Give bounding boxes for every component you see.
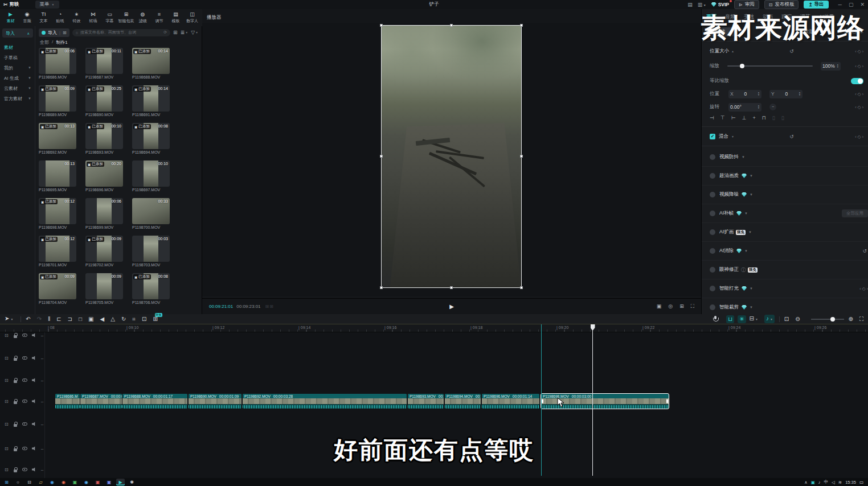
slider-knob[interactable] <box>740 64 744 68</box>
lock-icon[interactable] <box>13 467 18 472</box>
collapse-icon[interactable]: -- <box>41 422 44 426</box>
sidebar-item[interactable]: AI 生成 ▼ <box>0 73 35 83</box>
scale-slider[interactable] <box>727 65 813 67</box>
eye-icon[interactable] <box>22 447 27 450</box>
feature-checkbox[interactable] <box>710 211 715 216</box>
timeline-clip[interactable]: P1198696.MOV 00:00:01:14 <box>482 394 539 409</box>
chevron-down-icon[interactable]: ▼ <box>750 306 753 309</box>
position-size-header[interactable]: 位置大小 <box>710 48 729 55</box>
rotate[interactable]: ↻▼ <box>121 314 126 324</box>
redo[interactable]: ↷▼ <box>37 314 42 324</box>
chevron-down-icon[interactable]: ▼ <box>750 287 753 290</box>
feature-row[interactable]: 智能打光 ⓘ ▼ ↺ ‹◇› <box>702 279 868 298</box>
align-icon[interactable]: + <box>752 115 755 121</box>
timeline-clip[interactable]: P1198690.MOV 00:00:01:09 <box>189 394 241 409</box>
view-grid-icon[interactable]: ⊞ <box>173 30 178 35</box>
collapse-icon[interactable]: -- <box>41 333 44 337</box>
feature-checkbox[interactable] <box>710 173 715 179</box>
collapse-icon[interactable]: -- <box>41 447 44 451</box>
ribbon-tab[interactable]: ⋈ 转场 <box>85 11 101 24</box>
feature-checkbox[interactable] <box>710 192 715 197</box>
lock-icon[interactable] <box>13 446 18 451</box>
taskview-icon[interactable]: ⊟ <box>25 479 34 485</box>
media-card[interactable]: ▣ 已添加 00:03 P1198703.MOV <box>132 236 170 267</box>
freeze-frame[interactable]: ▣▼ <box>88 314 93 324</box>
keyframe-control[interactable]: ‹◇› <box>855 92 863 97</box>
media-card[interactable]: ▣ 已添加 00:33 P1198700.MOV <box>132 198 170 229</box>
collapse-icon[interactable]: -- <box>41 356 44 360</box>
media-card[interactable]: ▣ 已添加 00:13 P1198695.MOV <box>39 160 76 192</box>
notification-icon[interactable]: ▭ <box>859 480 863 485</box>
scale-value-box[interactable]: 100% ▲▼ <box>821 62 841 71</box>
rotate-knob-icon[interactable]: − <box>769 104 776 110</box>
media-card[interactable]: ▣ 已添加 00:14 P1198688.MOV <box>132 48 170 79</box>
media-card[interactable]: ▣ 已添加 00:09 P1198689.MOV <box>39 85 76 117</box>
media-card[interactable]: ▣ 已添加 00:09 P1198705.MOV <box>85 273 123 304</box>
clip-trim-handle-left[interactable] <box>542 399 543 403</box>
collapse-icon[interactable]: -- <box>41 378 44 382</box>
layout-icon[interactable]: ▤ <box>687 2 693 7</box>
filter-icon[interactable]: ▽▼ <box>191 30 198 35</box>
reset-icon[interactable]: ↺ <box>789 48 794 54</box>
media-card[interactable]: ▣ 已添加 00:20 P1198696.MOV <box>85 160 123 192</box>
chevron-down-icon[interactable]: ▼ <box>750 193 753 196</box>
app-icon-red[interactable]: ▣ <box>93 479 102 485</box>
media-card[interactable]: ▣ 已添加 00:12 P1198701.MOV <box>39 236 76 267</box>
trim-left[interactable]: ⊏▼ <box>56 314 61 324</box>
crop[interactable]: ⌗▼ <box>132 314 136 324</box>
ribbon-tab[interactable]: ≡ 调节 <box>151 11 167 24</box>
stepper-icon[interactable]: ▲▼ <box>758 92 760 96</box>
align-icon[interactable]: ⊣ <box>710 115 714 121</box>
sort-icon[interactable]: ≣▼ <box>181 30 189 35</box>
eye-icon[interactable] <box>22 468 27 471</box>
quality-icon[interactable]: ▣ <box>657 303 662 310</box>
preview-axis-icon[interactable]: ⊟▼ <box>750 314 758 324</box>
speaker-icon[interactable] <box>32 356 36 360</box>
ribbon-tab[interactable]: ◔ 贴纸 <box>52 11 68 24</box>
eye-icon[interactable] <box>22 422 27 426</box>
media-card[interactable]: ▣ 已添加 00:13 P1198692.MOV <box>39 123 76 154</box>
reset-icon[interactable]: ↺ <box>789 134 794 139</box>
ribbon-tab[interactable]: ◍ 滤镜 <box>134 11 151 24</box>
ribbon-tab[interactable]: ▶ 素材 <box>2 11 19 24</box>
capcut-icon[interactable]: ▶ <box>116 479 125 485</box>
keyframe-control[interactable]: ‹◇› <box>855 105 863 110</box>
resize-handle[interactable] <box>520 155 523 158</box>
explorer-icon[interactable]: ▱ <box>36 479 45 485</box>
app-icon-blue[interactable]: ◉ <box>82 479 91 485</box>
ribbon-tab[interactable]: TI 文本 <box>35 11 52 24</box>
chevron-down-icon[interactable]: ▼ <box>750 174 753 178</box>
speaker-icon[interactable] <box>32 399 36 403</box>
align-icon[interactable]: ⊢ <box>731 115 736 121</box>
delete[interactable]: □▼ <box>79 314 82 324</box>
edge-icon[interactable]: ◉ <box>48 479 56 485</box>
menu-button[interactable]: 菜单 ▼ <box>35 1 59 9</box>
split[interactable]: ‖▼ <box>48 314 50 324</box>
timeline-ruler[interactable]: 08 09:10 09:12 09:14 09:16 09:18 09:20 0… <box>0 324 868 332</box>
microphone-icon[interactable] <box>713 315 718 323</box>
apply-all-button[interactable]: 全部应用 <box>842 209 868 217</box>
timeline-clip[interactable]: P1198694.MOV 00: <box>445 394 481 409</box>
feature-row[interactable]: AI补帧 ⓘ ▼ 全部应用 ↺ ‹◇› <box>702 204 868 223</box>
sidebar-item[interactable]: 我的 ▼ <box>0 63 35 73</box>
resize-handle[interactable] <box>450 24 453 27</box>
timeline-clip[interactable]: P1198688.MOV 00:00:01:17 <box>122 394 187 409</box>
reverse[interactable]: ◀▼ <box>100 314 105 324</box>
chevron-down-icon[interactable]: ▼ <box>742 155 745 159</box>
sidebar-item[interactable]: 云素材 ▼ <box>0 83 35 93</box>
keyframe-control[interactable]: ‹◇› <box>855 64 863 69</box>
feature-row[interactable]: AI消除 ⓘ ▼ ↺ ‹◇› <box>702 242 868 261</box>
uniform-scale-toggle[interactable] <box>851 78 863 84</box>
position-x-field[interactable]: X 0 ▲▼ <box>728 90 761 98</box>
zoom-out-icon[interactable]: ⊖ <box>795 314 800 324</box>
lock-icon[interactable] <box>13 356 18 361</box>
import-grid-icon[interactable]: ⊞ <box>63 30 67 35</box>
lock-icon[interactable] <box>13 333 18 338</box>
media-card[interactable]: ▣ 已添加 00:06 P1198686.MOV <box>39 48 76 79</box>
keyframe-control[interactable]: ‹◇› <box>859 286 868 291</box>
ribbon-tab[interactable]: ⊞ 智能包装 <box>118 11 134 24</box>
magnet-icon[interactable]: ⊔▼ <box>726 315 734 323</box>
timeline-zoom-slider[interactable] <box>811 319 844 320</box>
feature-row[interactable]: AI扩画 ⓘ 限免 ▼ ↺ ‹◇› <box>702 223 868 242</box>
resize-handle[interactable] <box>450 286 453 289</box>
